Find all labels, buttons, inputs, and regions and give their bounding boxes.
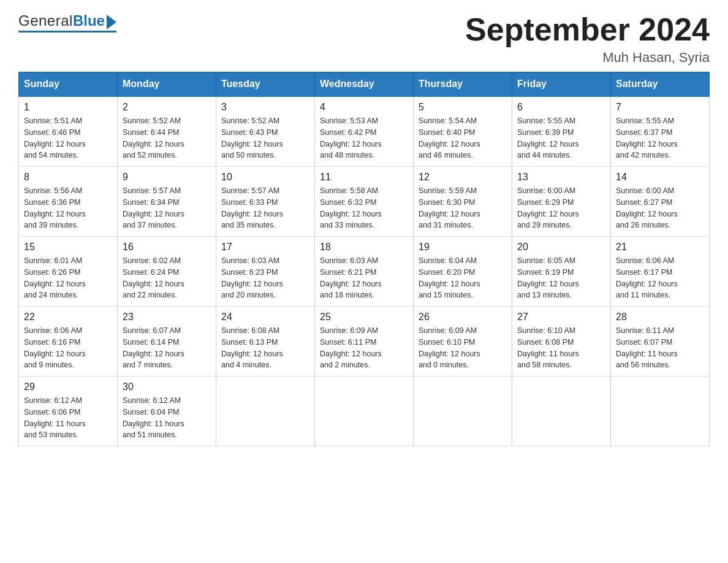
calendar-cell: 20 Sunrise: 6:05 AM Sunset: 6:19 PM Dayl… — [512, 237, 611, 307]
day-info: Sunrise: 5:55 AM Sunset: 6:39 PM Dayligh… — [517, 115, 605, 161]
day-of-week-header: Thursday — [414, 72, 512, 97]
day-info: Sunrise: 5:59 AM Sunset: 6:30 PM Dayligh… — [419, 185, 507, 231]
title-area: September 2024 Muh Hasan, Syria — [465, 12, 710, 66]
day-info: Sunrise: 5:52 AM Sunset: 6:43 PM Dayligh… — [221, 115, 309, 161]
day-number: 8 — [24, 172, 112, 183]
calendar-cell: 30 Sunrise: 6:12 AM Sunset: 6:04 PM Dayl… — [118, 377, 216, 446]
calendar-header-row: SundayMondayTuesdayWednesdayThursdayFrid… — [19, 72, 710, 97]
calendar-cell: 7 Sunrise: 5:55 AM Sunset: 6:37 PM Dayli… — [611, 96, 710, 167]
day-info: Sunrise: 6:04 AM Sunset: 6:20 PM Dayligh… — [419, 255, 507, 301]
calendar-cell: 3 Sunrise: 5:52 AM Sunset: 6:43 PM Dayli… — [216, 96, 315, 167]
day-info: Sunrise: 6:12 AM Sunset: 6:04 PM Dayligh… — [123, 395, 211, 441]
day-info: Sunrise: 6:00 AM Sunset: 6:29 PM Dayligh… — [517, 185, 605, 231]
calendar-week-row: 29 Sunrise: 6:12 AM Sunset: 6:06 PM Dayl… — [19, 377, 710, 446]
day-info: Sunrise: 6:01 AM Sunset: 6:26 PM Dayligh… — [24, 255, 112, 301]
calendar-cell: 26 Sunrise: 6:09 AM Sunset: 6:10 PM Dayl… — [414, 307, 512, 377]
day-number: 22 — [24, 312, 112, 323]
day-number: 1 — [24, 102, 112, 113]
day-info: Sunrise: 5:54 AM Sunset: 6:40 PM Dayligh… — [419, 115, 507, 161]
day-info: Sunrise: 6:11 AM Sunset: 6:07 PM Dayligh… — [616, 325, 704, 371]
calendar-cell: 9 Sunrise: 5:57 AM Sunset: 6:34 PM Dayli… — [118, 167, 216, 237]
day-of-week-header: Sunday — [19, 72, 118, 97]
day-of-week-header: Monday — [118, 72, 216, 97]
day-number: 13 — [517, 172, 605, 183]
day-of-week-header: Friday — [512, 72, 611, 97]
calendar-cell: 27 Sunrise: 6:10 AM Sunset: 6:08 PM Dayl… — [512, 307, 611, 377]
calendar-cell: 28 Sunrise: 6:11 AM Sunset: 6:07 PM Dayl… — [611, 307, 710, 377]
day-number: 21 — [616, 242, 704, 253]
calendar-cell: 10 Sunrise: 5:57 AM Sunset: 6:33 PM Dayl… — [216, 167, 315, 237]
calendar-table: SundayMondayTuesdayWednesdayThursdayFrid… — [18, 72, 710, 446]
day-info: Sunrise: 5:51 AM Sunset: 6:46 PM Dayligh… — [24, 115, 112, 161]
day-number: 9 — [123, 172, 211, 183]
day-number: 30 — [123, 381, 211, 393]
calendar-cell — [611, 377, 710, 446]
day-number: 25 — [320, 312, 408, 323]
location-label: Muh Hasan, Syria — [465, 50, 710, 66]
calendar-cell: 15 Sunrise: 6:01 AM Sunset: 6:26 PM Dayl… — [19, 237, 118, 307]
calendar-cell: 17 Sunrise: 6:03 AM Sunset: 6:23 PM Dayl… — [216, 237, 315, 307]
calendar-week-row: 15 Sunrise: 6:01 AM Sunset: 6:26 PM Dayl… — [19, 237, 710, 307]
day-info: Sunrise: 6:06 AM Sunset: 6:17 PM Dayligh… — [616, 255, 704, 301]
day-number: 26 — [419, 312, 507, 323]
day-info: Sunrise: 6:00 AM Sunset: 6:27 PM Dayligh… — [616, 185, 704, 231]
calendar-cell: 2 Sunrise: 5:52 AM Sunset: 6:44 PM Dayli… — [118, 96, 216, 167]
day-of-week-header: Saturday — [611, 72, 710, 97]
day-number: 29 — [24, 381, 112, 393]
day-number: 11 — [320, 172, 408, 183]
day-info: Sunrise: 6:05 AM Sunset: 6:19 PM Dayligh… — [517, 255, 605, 301]
day-number: 16 — [123, 242, 211, 253]
day-number: 12 — [419, 172, 507, 183]
day-of-week-header: Wednesday — [315, 72, 414, 97]
day-of-week-header: Tuesday — [216, 72, 315, 97]
calendar-cell: 6 Sunrise: 5:55 AM Sunset: 6:39 PM Dayli… — [512, 96, 611, 167]
day-info: Sunrise: 6:07 AM Sunset: 6:14 PM Dayligh… — [123, 325, 211, 371]
day-number: 28 — [616, 312, 704, 323]
calendar-week-row: 22 Sunrise: 6:06 AM Sunset: 6:16 PM Dayl… — [19, 307, 710, 377]
day-number: 10 — [221, 172, 309, 183]
day-info: Sunrise: 6:09 AM Sunset: 6:11 PM Dayligh… — [320, 325, 408, 371]
day-number: 20 — [517, 242, 605, 253]
calendar-cell — [414, 377, 512, 446]
logo-blue-text: Blue — [73, 12, 116, 29]
calendar-cell: 8 Sunrise: 5:56 AM Sunset: 6:36 PM Dayli… — [19, 167, 118, 237]
day-number: 17 — [221, 242, 309, 253]
calendar-cell: 23 Sunrise: 6:07 AM Sunset: 6:14 PM Dayl… — [118, 307, 216, 377]
day-info: Sunrise: 6:12 AM Sunset: 6:06 PM Dayligh… — [24, 395, 112, 441]
day-info: Sunrise: 6:02 AM Sunset: 6:24 PM Dayligh… — [123, 255, 211, 301]
logo-general-text: General — [18, 12, 73, 29]
day-info: Sunrise: 6:06 AM Sunset: 6:16 PM Dayligh… — [24, 325, 112, 371]
calendar-week-row: 1 Sunrise: 5:51 AM Sunset: 6:46 PM Dayli… — [19, 96, 710, 167]
day-number: 18 — [320, 242, 408, 253]
day-info: Sunrise: 5:56 AM Sunset: 6:36 PM Dayligh… — [24, 185, 112, 231]
calendar-cell: 12 Sunrise: 5:59 AM Sunset: 6:30 PM Dayl… — [414, 167, 512, 237]
calendar-week-row: 8 Sunrise: 5:56 AM Sunset: 6:36 PM Dayli… — [19, 167, 710, 237]
month-title: September 2024 — [465, 12, 710, 47]
day-info: Sunrise: 6:10 AM Sunset: 6:08 PM Dayligh… — [517, 325, 605, 371]
calendar-cell: 14 Sunrise: 6:00 AM Sunset: 6:27 PM Dayl… — [611, 167, 710, 237]
day-info: Sunrise: 5:57 AM Sunset: 6:34 PM Dayligh… — [123, 185, 211, 231]
logo-underline — [18, 31, 116, 33]
calendar-cell: 19 Sunrise: 6:04 AM Sunset: 6:20 PM Dayl… — [414, 237, 512, 307]
calendar-cell — [512, 377, 611, 446]
day-number: 15 — [24, 242, 112, 253]
day-info: Sunrise: 6:03 AM Sunset: 6:23 PM Dayligh… — [221, 255, 309, 301]
day-info: Sunrise: 5:55 AM Sunset: 6:37 PM Dayligh… — [616, 115, 704, 161]
calendar-cell: 5 Sunrise: 5:54 AM Sunset: 6:40 PM Dayli… — [414, 96, 512, 167]
page-header: General Blue September 2024 Muh Hasan, S… — [18, 12, 710, 66]
calendar-cell: 29 Sunrise: 6:12 AM Sunset: 6:06 PM Dayl… — [19, 377, 118, 446]
day-info: Sunrise: 5:53 AM Sunset: 6:42 PM Dayligh… — [320, 115, 408, 161]
day-info: Sunrise: 5:57 AM Sunset: 6:33 PM Dayligh… — [221, 185, 309, 231]
day-info: Sunrise: 5:58 AM Sunset: 6:32 PM Dayligh… — [320, 185, 408, 231]
day-number: 24 — [221, 312, 309, 323]
day-info: Sunrise: 5:52 AM Sunset: 6:44 PM Dayligh… — [123, 115, 211, 161]
calendar-cell: 4 Sunrise: 5:53 AM Sunset: 6:42 PM Dayli… — [315, 96, 414, 167]
calendar-cell: 22 Sunrise: 6:06 AM Sunset: 6:16 PM Dayl… — [19, 307, 118, 377]
calendar-cell: 16 Sunrise: 6:02 AM Sunset: 6:24 PM Dayl… — [118, 237, 216, 307]
logo: General Blue — [18, 12, 116, 33]
day-number: 27 — [517, 312, 605, 323]
calendar-cell: 11 Sunrise: 5:58 AM Sunset: 6:32 PM Dayl… — [315, 167, 414, 237]
day-number: 3 — [221, 102, 309, 113]
day-info: Sunrise: 6:09 AM Sunset: 6:10 PM Dayligh… — [419, 325, 507, 371]
day-number: 7 — [616, 102, 704, 113]
